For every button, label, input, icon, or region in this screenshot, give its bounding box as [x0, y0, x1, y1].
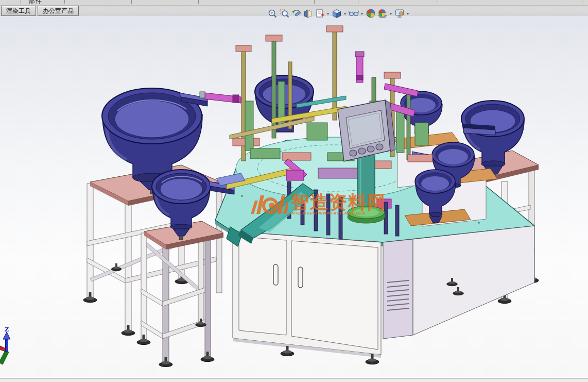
apply-scene-icon[interactable] — [376, 7, 388, 20]
view-orientation-icon[interactable] — [331, 7, 342, 20]
feeder-stand-front-left[interactable] — [137, 221, 223, 367]
triad-z-label: Z — [5, 327, 9, 333]
parts-dropdown-button[interactable]: 部件 — [29, 0, 42, 6]
toolbar-separator — [21, 0, 21, 4]
assembly-machine-model[interactable] — [0, 16, 588, 378]
toolbar-separator — [131, 0, 132, 4]
solidworks-window: { "app": { "top_toolbar": { "partial_but… — [0, 0, 588, 382]
dropdown-caret[interactable]: ▾ — [405, 7, 410, 20]
toolbar-separator — [358, 0, 358, 4]
zoom-to-fit-icon[interactable] — [266, 7, 278, 20]
zoom-to-area-icon[interactable] — [278, 7, 290, 20]
dropdown-caret[interactable]: ▾ — [359, 7, 365, 20]
toolbar-separator — [438, 0, 438, 4]
toolbar-separator — [582, 0, 582, 4]
dropdown-caret[interactable]: ▾ — [325, 7, 331, 20]
coordinate-triad: Z — [0, 327, 24, 369]
command-manager-tabs: 渲染工具 办公室产品 — [1, 6, 79, 16]
toolbar-separator — [111, 0, 111, 4]
toolbar-separator — [198, 0, 199, 4]
edit-appearance-icon[interactable] — [365, 7, 376, 20]
view-settings-icon[interactable] — [393, 7, 405, 20]
clipped-toolbar-row: 部件 — [0, 0, 588, 6]
toolbar-separator — [268, 0, 268, 4]
dropdown-caret[interactable]: ▾ — [388, 7, 393, 20]
toolbar-separator — [165, 0, 165, 4]
hide-show-items-icon[interactable] — [348, 7, 359, 20]
dropdown-caret[interactable]: ▾ — [342, 7, 348, 20]
heads-up-view-toolbar: ▾ ▾ ▾ ▾ ▾ — [266, 6, 410, 21]
tab-office-products[interactable]: 办公室产品 — [38, 6, 79, 16]
toolbar-separator — [64, 0, 65, 4]
tab-render-tools[interactable]: 渲染工具 — [1, 6, 36, 16]
status-bar-edge — [0, 378, 588, 382]
toolbar-separator — [314, 0, 315, 4]
annotation-views-icon[interactable] — [314, 7, 325, 20]
machine-cabinet[interactable] — [233, 226, 534, 364]
section-view-icon[interactable] — [302, 7, 314, 20]
previous-view-icon[interactable] — [290, 7, 302, 20]
graphics-viewport[interactable]: 智造资料网 INTELLIGENT-WWW.FASTLAND.DATA Z — [0, 16, 588, 378]
